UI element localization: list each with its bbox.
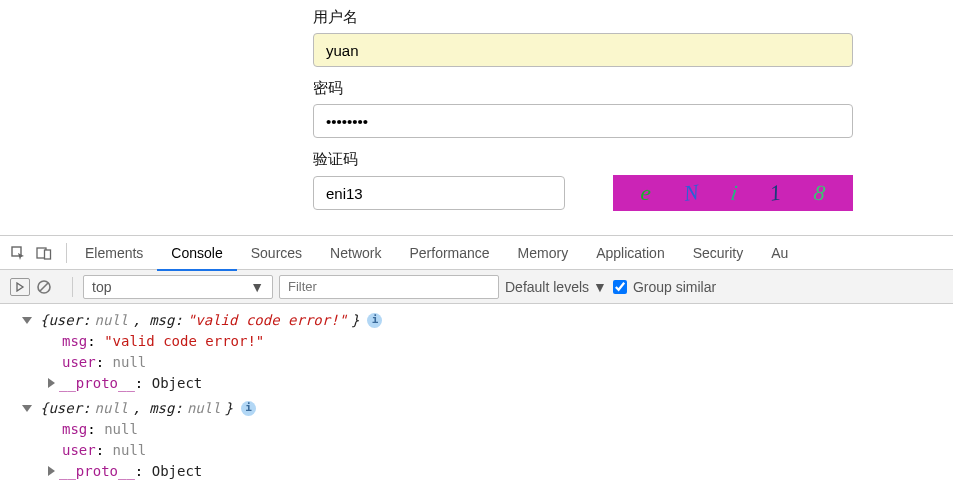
devtools-panel: ElementsConsoleSourcesNetworkPerformance… [0,235,953,482]
info-icon[interactable]: i [367,313,382,328]
console-object: {user: null, msg: "valid code error!"}im… [22,310,953,394]
captcha-image[interactable]: eNi18 [613,175,853,211]
captcha-input[interactable] [313,176,565,210]
object-proto[interactable]: __proto__: Object [22,461,953,482]
devtools-tabbar: ElementsConsoleSourcesNetworkPerformance… [0,236,953,270]
username-label: 用户名 [313,8,953,27]
levels-label: Default levels [505,279,589,295]
password-row: 密码 [313,79,953,138]
tab-security[interactable]: Security [679,236,758,270]
object-property: user: null [22,440,953,461]
inspect-icon[interactable] [10,245,26,261]
login-form: 用户名 密码 验证码 eNi18 [0,0,953,235]
svg-line-4 [40,283,48,291]
captcha-label: 验证码 [313,150,953,169]
object-summary[interactable]: {user: null, msg: null}i [22,398,953,419]
captcha-char: N [682,179,700,207]
levels-selector[interactable]: Default levels ▼ [505,279,607,295]
info-icon[interactable]: i [241,401,256,416]
group-similar-label: Group similar [633,279,716,295]
username-input[interactable] [313,33,853,67]
clear-icon[interactable] [36,279,52,295]
chevron-down-icon: ▼ [593,279,607,295]
captcha-char: e [640,179,653,206]
context-value: top [92,279,111,295]
console-object: {user: null, msg: null}imsg: nulluser: n… [22,398,953,482]
password-label: 密码 [313,79,953,98]
tab-console[interactable]: Console [157,236,236,270]
object-summary[interactable]: {user: null, msg: "valid code error!"}i [22,310,953,331]
tab-performance[interactable]: Performance [395,236,503,270]
captcha-row: 验证码 eNi18 [313,150,953,211]
filter-input[interactable] [279,275,499,299]
tab-au[interactable]: Au [757,236,802,270]
svg-rect-2 [45,250,51,259]
group-similar-checkbox[interactable] [613,280,627,294]
object-property: msg: null [22,419,953,440]
captcha-char: i [729,180,739,207]
tab-application[interactable]: Application [582,236,679,270]
console-toolbar: top ▼ Default levels ▼ Group similar [0,270,953,304]
console-output: {user: null, msg: "valid code error!"}im… [0,304,953,482]
username-row: 用户名 [313,8,953,67]
chevron-down-icon: ▼ [250,279,264,295]
tab-sources[interactable]: Sources [237,236,316,270]
captcha-char: 1 [768,179,783,206]
device-icon[interactable] [36,245,52,261]
tab-network[interactable]: Network [316,236,395,270]
captcha-char: 8 [812,179,827,206]
tab-elements[interactable]: Elements [71,236,157,270]
object-property: msg: "valid code error!" [22,331,953,352]
tab-memory[interactable]: Memory [504,236,583,270]
object-property: user: null [22,352,953,373]
context-selector[interactable]: top ▼ [83,275,273,299]
object-proto[interactable]: __proto__: Object [22,373,953,394]
play-icon[interactable] [10,278,30,296]
password-input[interactable] [313,104,853,138]
